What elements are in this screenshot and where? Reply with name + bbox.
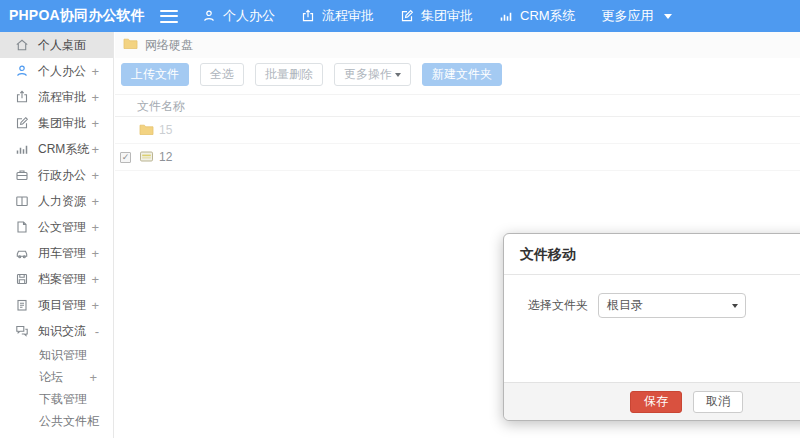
expand-indicator: + <box>91 116 99 131</box>
table-row[interactable]: ✓ 12 <box>115 144 800 171</box>
expand-indicator: + <box>89 370 97 385</box>
folder-select-label: 选择文件夹 <box>528 297 588 314</box>
sidebar-item-label: 项目管理 <box>38 297 86 314</box>
sidebar-item-archive-mgmt[interactable]: 档案管理 + <box>0 266 113 292</box>
sidebar-item-admin-office[interactable]: 行政办公 + <box>0 162 113 188</box>
expand-indicator: + <box>91 220 99 235</box>
sidebar-subitem-download-mgmt[interactable]: 下载管理 <box>0 388 113 410</box>
expand-indicator: + <box>91 272 99 287</box>
file-name-link[interactable]: 15 <box>159 123 172 137</box>
folder-select-dropdown[interactable]: 根目录 <box>598 293 746 318</box>
sidebar-item-label: 档案管理 <box>38 271 86 288</box>
sidebar-item-document-mgmt[interactable]: 公文管理 + <box>0 214 113 240</box>
row-checkbox[interactable]: ✓ <box>120 152 131 163</box>
sidebar-subitem-label: 下载管理 <box>39 391 87 408</box>
sidebar-subitem-label: 论坛 <box>39 369 63 386</box>
sidebar-item-project-mgmt[interactable]: 项目管理 + <box>0 292 113 318</box>
sidebar-item-personal-office[interactable]: 个人办公 + <box>0 58 113 84</box>
topnav-workflow-approval[interactable]: 流程审批 <box>301 7 374 25</box>
topnav-label: 流程审批 <box>322 7 374 25</box>
save-button[interactable]: 保存 <box>630 391 682 413</box>
sidebar-item-desktop[interactable]: 个人桌面 <box>0 32 113 58</box>
sidebar-item-label: 行政办公 <box>38 167 86 184</box>
topnav-crm[interactable]: CRM系统 <box>499 7 576 25</box>
sidebar-item-label: 用车管理 <box>38 245 86 262</box>
table-row[interactable]: 15 <box>115 117 800 144</box>
sidebar-item-workflow-approval[interactable]: 流程审批 + <box>0 84 113 110</box>
select-all-button[interactable]: 全选 <box>200 63 244 86</box>
modal-header: 文件移动 <box>504 234 800 275</box>
caret-down-icon <box>732 304 738 308</box>
folder-select-value: 根目录 <box>607 298 643 312</box>
sidebar-subitem-public-cabinet[interactable]: 公共文件柜 <box>0 410 113 432</box>
expand-indicator: + <box>91 90 99 105</box>
topnav-group-approval[interactable]: 集团审批 <box>400 7 473 25</box>
caret-down-icon <box>664 14 672 19</box>
expand-indicator: + <box>91 246 99 261</box>
sidebar-item-knowledge-exchange[interactable]: 知识交流 - <box>0 318 113 344</box>
sidebar-item-hr[interactable]: 人力资源 + <box>0 188 113 214</box>
sidebar-subitem-knowledge-mgmt[interactable]: 知识管理 <box>0 344 113 366</box>
sidebar: 个人桌面 个人办公 + 流程审批 + 集团审批 + CRM系统 + 行政办公 +… <box>0 32 114 438</box>
sidebar-item-group-approval[interactable]: 集团审批 + <box>0 110 113 136</box>
file-move-modal: 文件移动 选择文件夹 根目录 保存 取消 <box>503 233 800 421</box>
expand-indicator: + <box>91 194 99 209</box>
topnav-label: 更多应用 <box>602 7 654 25</box>
share-icon <box>15 90 29 104</box>
car-icon <box>15 246 29 260</box>
sidebar-item-label: 公文管理 <box>38 219 86 236</box>
top-navigation: 个人办公 流程审批 集团审批 CRM系统 更多应用 <box>202 7 698 25</box>
expand-indicator: - <box>95 324 99 339</box>
sidebar-subitem-label: 公共文件柜 <box>39 413 99 430</box>
folder-icon <box>139 123 154 137</box>
toolbar: 上传文件 全选 批量删除 更多操作 新建文件夹 <box>115 58 800 92</box>
more-operations-label: 更多操作 <box>344 67 392 81</box>
topbar: PHPOA协同办公软件 个人办公 流程审批 集团审批 CRM系统 更多应用 <box>0 0 800 32</box>
new-folder-button[interactable]: 新建文件夹 <box>422 63 502 86</box>
modal-title: 文件移动 <box>520 246 576 262</box>
topnav-more-apps[interactable]: 更多应用 <box>602 7 672 25</box>
hdd-icon <box>139 150 154 164</box>
folder-icon <box>123 37 138 53</box>
share-icon <box>301 9 315 23</box>
sidebar-item-label: 人力资源 <box>38 193 86 210</box>
sidebar-item-label: 集团审批 <box>38 115 86 132</box>
sidebar-item-vehicle-mgmt[interactable]: 用车管理 + <box>0 240 113 266</box>
clipboard-icon <box>15 298 29 312</box>
sidebar-item-label: 知识交流 <box>38 323 86 340</box>
modal-footer: 保存 取消 <box>504 382 800 420</box>
sidebar-item-crm[interactable]: CRM系统 + <box>0 136 113 162</box>
expand-indicator: + <box>91 168 99 183</box>
chart-icon <box>499 9 513 23</box>
book-icon <box>15 194 29 208</box>
batch-delete-button[interactable]: 批量删除 <box>255 63 323 86</box>
sidebar-item-label: 流程审批 <box>38 89 86 106</box>
briefcase-icon <box>15 168 29 182</box>
document-icon <box>15 220 29 234</box>
floppy-icon <box>15 272 29 286</box>
topnav-label: 个人办公 <box>223 7 275 25</box>
sidebar-subitem-label: 知识管理 <box>39 347 87 364</box>
file-name-link[interactable]: 12 <box>159 150 172 164</box>
breadcrumb-link[interactable]: 网络硬盘 <box>145 37 193 54</box>
chart-icon <box>15 142 29 156</box>
home-icon <box>15 38 29 52</box>
user-icon <box>202 9 216 23</box>
file-table-header: 文件名称 <box>115 94 800 117</box>
sidebar-subitem-forum[interactable]: 论坛 + <box>0 366 113 388</box>
expand-indicator: + <box>91 64 99 79</box>
menu-icon[interactable] <box>160 10 178 23</box>
caret-down-icon <box>395 73 401 77</box>
chat-icon <box>15 324 29 338</box>
expand-indicator: + <box>91 298 99 313</box>
sidebar-item-label: 个人办公 <box>38 63 86 80</box>
cancel-button[interactable]: 取消 <box>693 391 743 413</box>
edit-icon <box>400 9 414 23</box>
user-icon <box>15 64 29 78</box>
topnav-personal-office[interactable]: 个人办公 <box>202 7 275 25</box>
topnav-label: CRM系统 <box>520 7 576 25</box>
sidebar-item-label: CRM系统 <box>38 141 89 158</box>
upload-file-button[interactable]: 上传文件 <box>121 63 189 86</box>
modal-body: 选择文件夹 根目录 <box>504 275 800 336</box>
more-operations-button[interactable]: 更多操作 <box>334 63 411 86</box>
